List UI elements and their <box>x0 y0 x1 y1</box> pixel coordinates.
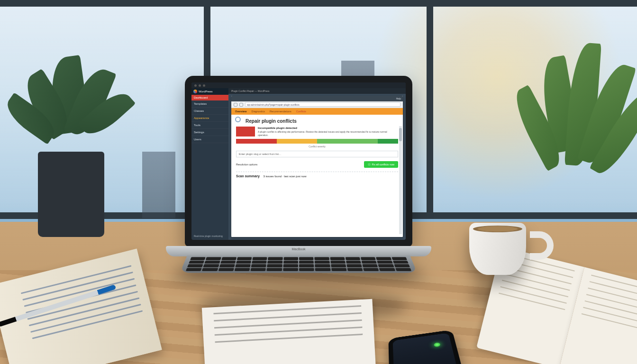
notebook <box>0 249 162 364</box>
footer-sub: 3 issues found · last scan just now <box>263 175 306 178</box>
browser-window: Help Overview Diagnostics Recommendation… <box>231 96 403 237</box>
alert-body: A plugin conflict is affecting site perf… <box>258 130 398 136</box>
laptop-screen: WordPress Dashboard Templates Classes Ap… <box>191 82 406 240</box>
laptop-hinge <box>166 246 431 256</box>
row-label: Resolution options <box>236 163 257 166</box>
wordpress-logo-icon <box>193 90 197 93</box>
fix-all-button[interactable]: Fix all conflicts now <box>364 161 398 168</box>
severity-meter <box>236 139 398 144</box>
window-title: Plugin Conflict Repair — WordPress <box>231 90 270 92</box>
plugin-select-field[interactable]: Enter plugin slug or select from list… <box>236 151 398 157</box>
os-menubar <box>191 82 406 88</box>
coffee-mug <box>469 223 540 284</box>
laptop-keyboard <box>180 255 418 273</box>
sidebar-item-settings[interactable]: Settings <box>191 129 228 136</box>
alert-badge-icon <box>236 127 255 136</box>
tab-conflicts[interactable]: Conflicts <box>296 110 306 113</box>
tab-overview[interactable]: Overview <box>235 110 246 113</box>
brand-label: WordPress <box>199 90 213 93</box>
reload-icon[interactable] <box>239 103 243 107</box>
main-area: Plugin Conflict Repair — WordPress Help <box>228 88 406 240</box>
footer-summary: Scan summary 3 issues found · last scan … <box>236 174 398 178</box>
brand: WordPress <box>191 88 228 95</box>
tab-diagnostics[interactable]: Diagnostics <box>251 110 264 113</box>
field-placeholder: Enter plugin slug or select from list… <box>239 153 282 155</box>
url-input[interactable] <box>245 102 400 107</box>
plant-left <box>38 142 104 237</box>
alert-panel: Incompatible plugin detected A plugin co… <box>236 127 398 136</box>
divider <box>236 172 398 172</box>
page-tabs: Overview Diagnostics Recommendations Con… <box>231 108 403 115</box>
browser-titlebar: Help <box>231 96 403 101</box>
sidebar-item-dashboard[interactable]: Dashboard <box>191 95 228 100</box>
back-icon[interactable] <box>234 103 237 107</box>
page-title: Repair plugin conflicts <box>246 118 398 124</box>
sidebar-caption: Real-time plugin monitoring <box>191 233 228 240</box>
paper-sheet <box>202 299 376 364</box>
admin-sidebar: WordPress Dashboard Templates Classes Ap… <box>191 88 228 240</box>
window-frame <box>0 0 637 7</box>
tab-recommendations[interactable]: Recommendations <box>270 110 291 113</box>
photo-scene: WordPress Dashboard Templates Classes Ap… <box>0 0 637 364</box>
address-bar <box>231 101 403 108</box>
window-tabbar: Plugin Conflict Repair — WordPress <box>228 88 406 94</box>
sidebar-item-appearance[interactable]: Appearance <box>191 115 228 122</box>
laptop: WordPress Dashboard Templates Classes Ap… <box>166 76 431 284</box>
scrollbar[interactable] <box>399 126 402 234</box>
sidebar-item-classes[interactable]: Classes <box>191 108 228 115</box>
footer-heading: Scan summary <box>236 174 260 178</box>
help-link[interactable]: Help <box>396 97 401 100</box>
alert-heading: Incompatible plugin detected <box>258 127 398 129</box>
keys <box>180 255 418 273</box>
wordpress-mark-icon <box>235 117 241 122</box>
sidebar-item-templates[interactable]: Templates <box>191 100 228 108</box>
page-content: Repair plugin conflicts Incompatible plu… <box>231 115 403 237</box>
meter-caption: Conflict severity <box>236 145 398 148</box>
sidebar-item-users[interactable]: Users <box>191 136 228 143</box>
sidebar-item-tools[interactable]: Tools <box>191 122 228 129</box>
